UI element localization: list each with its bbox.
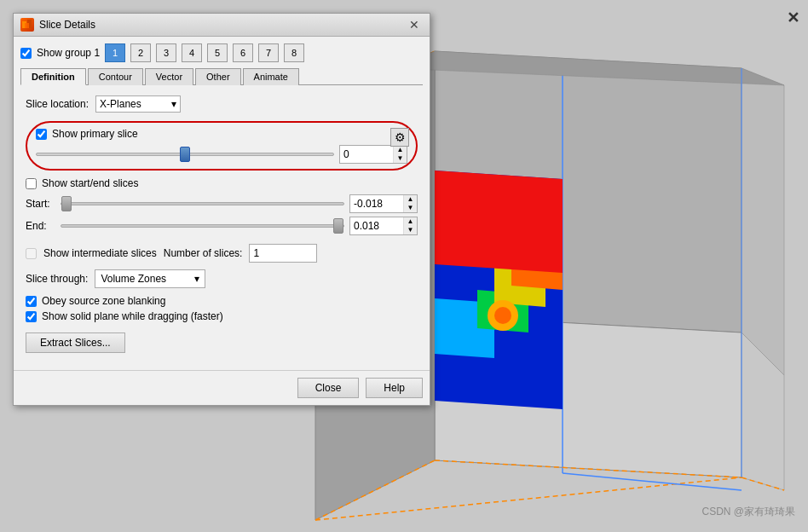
- group-btn-3[interactable]: 3: [156, 43, 176, 62]
- primary-slider-thumb[interactable]: [180, 147, 190, 162]
- show-solid-row: Show solid plane while dragging (faster): [26, 310, 418, 322]
- tab-vector[interactable]: Vector: [145, 68, 193, 85]
- svg-rect-25: [25, 23, 29, 28]
- start-spin-down[interactable]: ▼: [404, 204, 417, 212]
- primary-spin-up[interactable]: ▲: [394, 146, 407, 154]
- primary-slider-track: [36, 153, 334, 156]
- slice-details-dialog: Slice Details ✕ Show group 1 1 2 3 4 5 6…: [13, 13, 430, 406]
- primary-slider-row: 0 ▲ ▼: [36, 145, 407, 164]
- start-spinners: ▲ ▼: [403, 195, 417, 212]
- start-value-field[interactable]: -0.018 ▲ ▼: [349, 194, 418, 213]
- show-primary-label: Show primary slice: [52, 128, 138, 140]
- svg-marker-16: [742, 68, 784, 375]
- end-spinners: ▲ ▼: [403, 217, 417, 234]
- slice-through-dropdown[interactable]: Volume Zones ▾: [95, 269, 205, 288]
- dialog-app-icon: [20, 18, 34, 32]
- show-intermediate-checkbox[interactable]: [26, 248, 37, 259]
- slice-location-label: Slice location:: [26, 98, 89, 110]
- group-btn-8[interactable]: 8: [284, 43, 304, 62]
- start-label: Start:: [26, 198, 55, 210]
- slice-location-value: X-Planes: [100, 98, 141, 110]
- slice-through-label: Slice through:: [26, 273, 88, 285]
- show-start-end-checkbox[interactable]: [26, 178, 37, 189]
- dialog-title: Slice Details: [39, 19, 95, 31]
- dialog-titlebar: Slice Details ✕: [14, 14, 430, 37]
- end-slider-container: [61, 217, 344, 234]
- dropdown-arrow-icon: ▾: [171, 98, 176, 110]
- slice-location-row: Slice location: X-Planes ▾: [26, 95, 418, 113]
- slice-through-row: Slice through: Volume Zones ▾: [26, 269, 418, 288]
- group-btn-6[interactable]: 6: [233, 43, 253, 62]
- svg-marker-13: [435, 171, 563, 273]
- tab-definition[interactable]: Definition: [20, 68, 86, 85]
- show-solid-label: Show solid plane while dragging (faster): [42, 310, 223, 322]
- content-area: Slice location: X-Planes ▾ ⚙ Show primar…: [20, 92, 423, 363]
- primary-spin-down[interactable]: ▼: [394, 154, 407, 163]
- start-slider-container: [61, 195, 344, 212]
- primary-slice-section: ⚙ Show primary slice 0: [26, 121, 418, 171]
- end-slider-thumb[interactable]: [333, 218, 343, 234]
- end-row: End: 0.018 ▲ ▼: [26, 217, 418, 235]
- show-intermediate-label: Show intermediate slices: [43, 247, 157, 259]
- watermark: CSDN @家有琦琦果: [701, 505, 795, 519]
- obey-blanking-checkbox[interactable]: [26, 296, 37, 307]
- start-slider-thumb[interactable]: [61, 196, 72, 211]
- show-start-end-label: Show start/end slices: [42, 177, 138, 189]
- show-group-row: Show group 1 1 2 3 4 5 6 7 8: [20, 43, 423, 62]
- number-of-slices-label: Number of slices:: [164, 247, 243, 259]
- end-value-field[interactable]: 0.018 ▲ ▼: [349, 217, 418, 235]
- group-btn-7[interactable]: 7: [258, 43, 279, 62]
- dialog-close-button[interactable]: ✕: [406, 19, 423, 31]
- close-button[interactable]: Close: [297, 378, 360, 398]
- slice-through-arrow-icon: ▾: [194, 273, 199, 285]
- dialog-body: Show group 1 1 2 3 4 5 6 7 8 Definition …: [14, 37, 430, 370]
- primary-spinners: ▲ ▼: [393, 146, 407, 163]
- end-value-text: 0.018: [350, 217, 403, 234]
- end-label: End:: [26, 220, 55, 232]
- group-btn-5[interactable]: 5: [207, 43, 228, 62]
- show-start-end-checkbox-row: Show start/end slices: [26, 177, 418, 189]
- group-btn-1[interactable]: 1: [105, 43, 125, 62]
- start-value-text: -0.018: [350, 195, 403, 212]
- group-btn-2[interactable]: 2: [130, 43, 151, 62]
- show-primary-checkbox[interactable]: [36, 129, 47, 140]
- slice-through-value: Volume Zones: [101, 273, 166, 285]
- start-slider-track: [61, 202, 344, 205]
- primary-value-text: 0: [340, 146, 393, 163]
- group-btn-4[interactable]: 4: [182, 43, 202, 62]
- obey-blanking-row: Obey source zone blanking: [26, 295, 418, 307]
- tabs-row: Definition Contour Vector Other Animate: [20, 67, 423, 85]
- tab-animate[interactable]: Animate: [243, 68, 299, 85]
- start-end-section: Show start/end slices Start: -0.018 ▲: [26, 177, 418, 235]
- start-row: Start: -0.018 ▲ ▼: [26, 194, 418, 213]
- dialog-footer: Close Help: [14, 370, 430, 405]
- show-solid-checkbox[interactable]: [26, 311, 37, 322]
- start-spin-up[interactable]: ▲: [404, 195, 417, 204]
- svg-point-15: [494, 307, 511, 324]
- show-primary-checkbox-row: Show primary slice: [36, 128, 407, 140]
- end-slider-track: [61, 224, 344, 228]
- extract-slices-button[interactable]: Extract Slices...: [26, 332, 125, 353]
- tab-other[interactable]: Other: [195, 68, 241, 85]
- intermediate-row: Show intermediate slices Number of slice…: [26, 244, 418, 263]
- end-spin-down[interactable]: ▼: [404, 226, 417, 234]
- show-group-label: Show group 1: [37, 47, 100, 59]
- titlebar-left: Slice Details: [20, 18, 95, 32]
- primary-slider-container: [36, 146, 334, 163]
- primary-value-field[interactable]: 0 ▲ ▼: [339, 145, 407, 164]
- gear-button[interactable]: ⚙: [390, 128, 409, 147]
- slice-location-dropdown[interactable]: X-Planes ▾: [95, 95, 181, 113]
- help-button[interactable]: Help: [366, 378, 423, 398]
- number-of-slices-input[interactable]: [249, 244, 317, 263]
- end-spin-up[interactable]: ▲: [404, 217, 417, 226]
- obey-blanking-label: Obey source zone blanking: [42, 295, 165, 307]
- show-group-checkbox[interactable]: [20, 48, 32, 59]
- main-close-button[interactable]: ✕: [787, 9, 799, 27]
- tab-contour[interactable]: Contour: [88, 68, 143, 85]
